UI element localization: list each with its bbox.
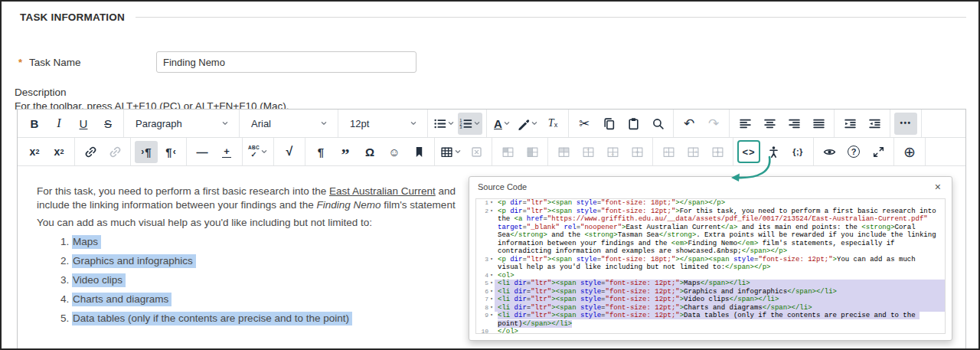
italic-button[interactable]: I <box>47 113 70 135</box>
strikethrough-button[interactable]: S <box>96 113 119 135</box>
font-family-select[interactable]: Arial <box>244 113 333 135</box>
source-code-button[interactable]: <> <box>737 140 760 163</box>
fold-marker-icon[interactable]: ▾ <box>488 256 495 272</box>
cell-properties-button[interactable] <box>496 141 519 163</box>
spellcheck-button[interactable]: ABC✓ <box>247 141 270 163</box>
preview-button[interactable] <box>818 141 841 163</box>
ordered-list-button[interactable]: 123 <box>458 113 482 135</box>
text-run: For this task, you need to perform a fir… <box>37 185 329 197</box>
insert-table-button[interactable] <box>439 141 463 163</box>
copy-button[interactable] <box>597 113 620 135</box>
fold-marker-icon[interactable]: ▾ <box>488 280 495 288</box>
delete-table-button[interactable] <box>465 141 488 163</box>
delete-column-button[interactable]: × <box>706 141 729 163</box>
insert-row-above-button[interactable]: + <box>577 141 599 163</box>
selected-text: Video clips <box>72 273 126 287</box>
bold-button[interactable]: B <box>23 113 46 135</box>
ltr-paragraph-button[interactable]: ›¶ <box>135 141 158 163</box>
code-line[interactable]: 6▾<li dir="ltr"><span style="font-size: … <box>476 288 945 296</box>
line-number-gutter: 5▾ <box>476 280 495 288</box>
indent-button[interactable] <box>838 113 861 135</box>
add-content-button[interactable]: ⊕ <box>898 141 921 163</box>
fold-marker-icon[interactable]: ▾ <box>488 272 495 280</box>
accessibility-checker-button[interactable] <box>762 141 785 163</box>
align-right-button[interactable] <box>782 113 805 135</box>
fold-marker-icon[interactable]: ▾ <box>488 312 495 328</box>
cut-button[interactable]: ✂ <box>573 113 596 135</box>
special-character-button[interactable]: Ω <box>358 141 381 163</box>
anchor-button[interactable] <box>407 141 430 163</box>
code-line[interactable]: 4▾<ol> <box>476 272 945 280</box>
svg-text:+: + <box>694 149 697 155</box>
code-line[interactable]: 5▾<li dir="ltr"><span style="font-size: … <box>476 280 945 288</box>
selected-text: Graphics and infographics <box>72 254 196 268</box>
redo-button[interactable]: ↷ <box>702 113 725 135</box>
unordered-list-button[interactable] <box>432 113 456 135</box>
emoticons-button[interactable]: ☺ <box>383 141 406 163</box>
task-name-input[interactable] <box>156 51 416 73</box>
fold-marker-icon[interactable]: ▾ <box>488 304 495 312</box>
page-break-button[interactable]: + <box>215 141 238 163</box>
merge-cells-button[interactable] <box>521 141 544 163</box>
code-line[interactable]: 3▾<p dir="ltr"><span style="font-size: 1… <box>476 256 945 272</box>
selected-text: Maps <box>72 235 101 249</box>
svg-text:×: × <box>635 149 639 155</box>
toolbar-group <box>75 138 131 165</box>
fold-marker-icon[interactable]: ▾ <box>488 199 495 208</box>
source-code-editor[interactable]: 1▾<p dir="ltr"><span style="font-size: 1… <box>475 198 946 334</box>
text-color-button[interactable]: A <box>491 113 514 135</box>
clear-formatting-button[interactable]: Tx <box>541 113 564 135</box>
fold-marker-icon[interactable]: ▾ <box>488 208 495 256</box>
close-icon[interactable]: × <box>932 180 944 194</box>
paragraph-marks-button[interactable]: ¶ <box>309 141 332 163</box>
horizontal-rule-button[interactable]: — <box>191 141 214 163</box>
code-line[interactable]: 9▾<li dir="ltr"><span style="font-size: … <box>476 312 945 328</box>
math-editor-button[interactable]: √ <box>278 141 301 163</box>
insert-link-button[interactable] <box>79 141 102 163</box>
outdent-button[interactable] <box>863 113 886 135</box>
rtl-paragraph-button[interactable]: ¶‹ <box>159 141 182 163</box>
toolbar-group: ✂ <box>569 110 674 137</box>
fullscreen-button[interactable] <box>867 141 890 163</box>
code-line[interactable]: 10</ol> <box>476 328 945 334</box>
justify-button[interactable] <box>807 113 830 135</box>
align-left-button[interactable] <box>733 113 756 135</box>
required-asterisk: * <box>18 57 29 68</box>
fold-marker-icon[interactable]: ▾ <box>488 288 495 296</box>
insert-column-right-button[interactable]: + <box>681 141 704 163</box>
code-line[interactable]: 1▾<p dir="ltr"><span style="font-size: 1… <box>476 199 945 208</box>
toolbar-group: BIUS <box>19 110 124 137</box>
help-button[interactable]: ? <box>842 141 865 163</box>
blockquote-button[interactable]: ” <box>334 141 357 163</box>
line-number-gutter: 7▾ <box>476 296 495 304</box>
search-button[interactable] <box>646 113 669 135</box>
paragraph-format-select[interactable]: Paragraph <box>129 113 234 135</box>
fold-marker-icon[interactable] <box>488 328 495 334</box>
source-code-panel-header[interactable]: Source Code × <box>469 177 952 198</box>
code-line[interactable]: 7▾<li dir="ltr"><span style="font-size: … <box>476 296 945 304</box>
code-sample-button[interactable]: {;} <box>786 141 809 163</box>
svg-text:+: + <box>586 146 589 152</box>
line-number-gutter: 10 <box>476 328 495 334</box>
superscript-button[interactable]: x2 <box>23 141 46 163</box>
code-line[interactable]: 8▾<li dir="ltr"><span style="font-size: … <box>476 304 945 312</box>
insert-row-below-button[interactable]: + <box>601 141 624 163</box>
remove-link-button[interactable] <box>103 141 126 163</box>
row-properties-button[interactable] <box>552 141 575 163</box>
more-options-button[interactable]: ••• <box>894 113 917 135</box>
code-line[interactable]: 2▾<p dir="ltr"><span style="font-size: 1… <box>476 208 945 256</box>
toolbar-group: ATx <box>487 110 569 137</box>
align-center-button[interactable] <box>758 113 781 135</box>
toolbar-group: Arial <box>240 110 338 137</box>
line-number-gutter: 4▾ <box>476 272 495 280</box>
fold-marker-icon[interactable]: ▾ <box>488 296 495 304</box>
font-size-select[interactable]: 12pt <box>343 113 423 135</box>
paste-button[interactable] <box>622 113 645 135</box>
inline-link[interactable]: East Australian Current <box>329 185 436 197</box>
insert-column-left-button[interactable]: + <box>657 141 680 163</box>
underline-button[interactable]: U <box>72 113 95 135</box>
delete-row-button[interactable]: × <box>626 141 648 163</box>
undo-button[interactable]: ↶ <box>678 113 701 135</box>
subscript-button[interactable]: x2 <box>47 141 70 163</box>
highlight-color-button[interactable] <box>515 113 540 135</box>
